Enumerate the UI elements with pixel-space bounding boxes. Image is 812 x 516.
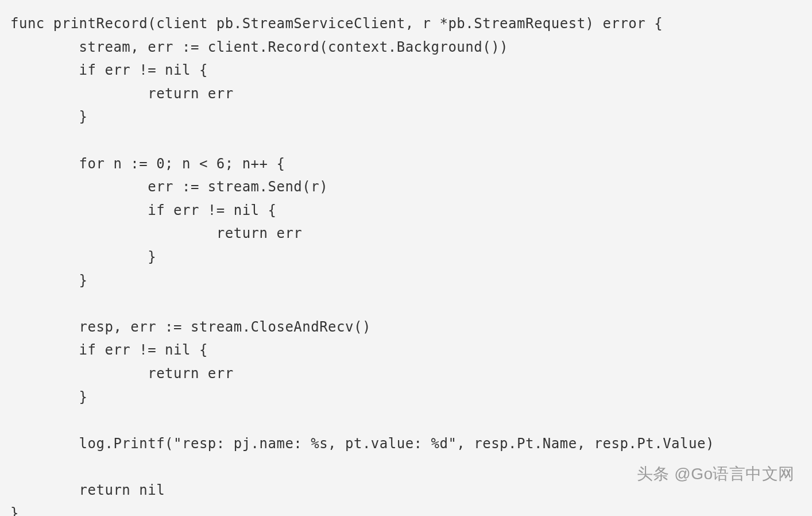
watermark-text: 头条 @Go语言中文网 (637, 461, 795, 487)
code-block: func printRecord(client pb.StreamService… (10, 13, 802, 516)
code-content: func printRecord(client pb.StreamService… (10, 16, 714, 516)
